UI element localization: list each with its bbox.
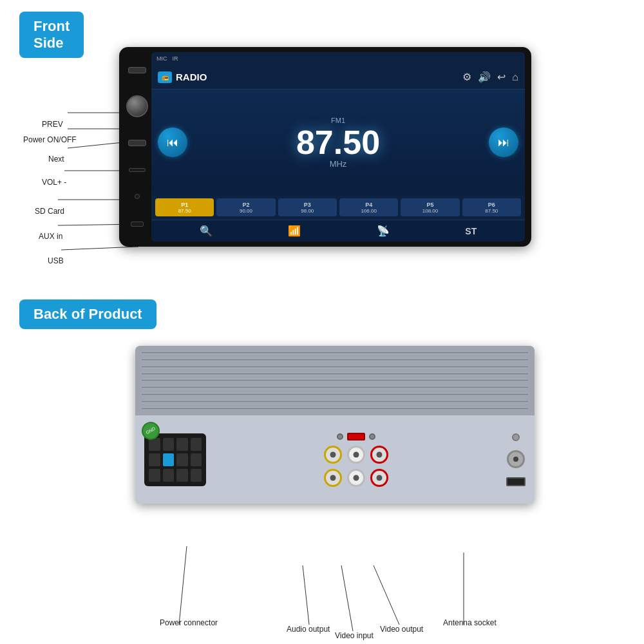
svg-line-6	[61, 247, 138, 250]
audio-output-callout: Audio output	[287, 625, 330, 634]
sd-card-slot	[129, 168, 146, 172]
screen-main: ⏮ FM1 87.50 MHz ⏭	[151, 90, 525, 195]
rca-yellow-1	[324, 446, 342, 464]
preset-p2-val: 90.00	[240, 208, 252, 214]
heatsink-area	[135, 346, 535, 415]
device-front: MIC IR 📻 RADIO ⚙ 🔊 ↩ ⌂ ⏮	[119, 47, 531, 247]
frequency-number: 87.50	[296, 126, 380, 159]
prev-track-button[interactable]: ⏮	[158, 128, 187, 157]
power-callout: Power ON/OFF	[23, 135, 77, 144]
pin-6-blue	[163, 453, 175, 466]
frequency-display: FM1 87.50 MHz	[193, 117, 484, 169]
screen-header: 📻 RADIO ⚙ 🔊 ↩ ⌂	[151, 65, 525, 90]
back-connectors-area: GND	[135, 415, 535, 504]
heatsink-rib-5	[142, 379, 528, 382]
back-section: Back of Product GND	[19, 299, 156, 329]
pin-3	[176, 438, 188, 451]
rca-yellow-2	[324, 469, 342, 487]
prev-button[interactable]	[128, 67, 146, 73]
radio-icon: 📻	[158, 71, 172, 83]
preset-p2[interactable]: P2 90.00	[216, 198, 275, 216]
fm-band-label: FM1	[331, 117, 345, 124]
screen: MIC IR 📻 RADIO ⚙ 🔊 ↩ ⌂ ⏮	[151, 52, 525, 242]
preset-p5[interactable]: P5 108.00	[401, 198, 459, 216]
rca-row-bottom	[324, 469, 388, 487]
aux-in-port	[135, 194, 140, 199]
antenna-socket	[507, 450, 525, 468]
next-button[interactable]	[128, 140, 146, 146]
preset-p5-num: P5	[426, 202, 433, 208]
heatsink-rib-7	[142, 393, 528, 396]
mhz-unit: MHz	[330, 159, 347, 169]
preset-p6[interactable]: P6 87.50	[462, 198, 521, 216]
small-holes-row	[337, 433, 375, 440]
left-control-strip	[123, 52, 151, 242]
preset-p6-val: 87.50	[485, 208, 498, 214]
prev-callout: PREV	[42, 120, 63, 129]
pin-10	[163, 469, 175, 482]
mic-label: MIC	[156, 55, 167, 62]
usb-slot-back	[506, 477, 526, 486]
st-label: ST	[465, 226, 477, 236]
header-icons: ⚙ 🔊 ↩ ⌂	[462, 71, 518, 83]
rca-white-2	[347, 469, 365, 487]
home-icon[interactable]: ⌂	[512, 71, 518, 83]
preset-p1-num: P1	[181, 202, 188, 208]
front-side-badge: Front Side	[19, 12, 84, 58]
preset-p4[interactable]: P4 106.00	[339, 198, 398, 216]
search-icon[interactable]: 🔍	[200, 225, 213, 237]
video-output-callout: Video output	[380, 625, 423, 634]
svg-line-7	[179, 546, 187, 625]
heatsink-rib-8	[142, 400, 528, 403]
pin-4	[191, 438, 202, 451]
small-hole-2	[369, 433, 375, 440]
app-title: RADIO	[176, 71, 207, 82]
sd-callout: SD Card	[35, 207, 64, 216]
volume-icon[interactable]: 🔊	[478, 71, 491, 83]
small-hole-1	[337, 433, 343, 440]
antenna-socket-callout: Antenna socket	[443, 618, 497, 627]
rca-white-1	[347, 446, 365, 464]
next-track-button[interactable]: ⏭	[489, 128, 518, 157]
heatsink-rib-9	[142, 407, 528, 410]
header-left: 📻 RADIO	[158, 71, 207, 83]
pin-11	[176, 469, 188, 482]
rca-red-2	[370, 469, 388, 487]
video-input-callout: Video input	[335, 631, 374, 640]
preset-p5-val: 108.00	[422, 208, 438, 214]
svg-line-10	[374, 565, 399, 625]
preset-p1[interactable]: P1 87.50	[155, 198, 214, 216]
preset-p4-num: P4	[365, 202, 372, 208]
power-connector-block	[144, 433, 206, 486]
usb-callout: USB	[48, 256, 64, 265]
pin-7	[176, 453, 188, 466]
preset-p3-num: P3	[304, 202, 311, 208]
usb-port	[131, 222, 144, 227]
screen-top-bar: MIC IR	[151, 52, 525, 65]
power-connector-callout: Power connector	[160, 618, 218, 627]
preset-p2-num: P2	[242, 202, 249, 208]
pin-9	[149, 469, 160, 482]
pin-8	[191, 453, 202, 466]
heatsink-rib-2	[142, 358, 528, 361]
preset-p6-num: P6	[488, 202, 495, 208]
heatsink-rib-1	[142, 351, 528, 354]
preset-p3[interactable]: P3 98.00	[278, 198, 337, 216]
wifi-icon[interactable]: 📶	[288, 225, 301, 237]
pin-2	[163, 438, 175, 451]
rca-row-top	[324, 446, 388, 464]
back-side-badge: Back of Product	[19, 299, 156, 329]
equalizer-icon[interactable]: ⚙	[462, 71, 471, 83]
red-connector	[347, 433, 365, 440]
pin-12	[191, 469, 202, 482]
power-volume-knob[interactable]	[126, 95, 148, 117]
svg-line-8	[303, 565, 309, 625]
right-section	[506, 433, 526, 486]
svg-line-9	[341, 565, 353, 631]
back-icon[interactable]: ↩	[497, 71, 506, 83]
rca-red-1	[370, 446, 388, 464]
device-back: GND	[135, 346, 535, 504]
preset-p1-val: 87.50	[178, 208, 191, 214]
bluetooth-icon[interactable]: 📡	[377, 225, 390, 237]
ir-label: IR	[173, 55, 178, 62]
